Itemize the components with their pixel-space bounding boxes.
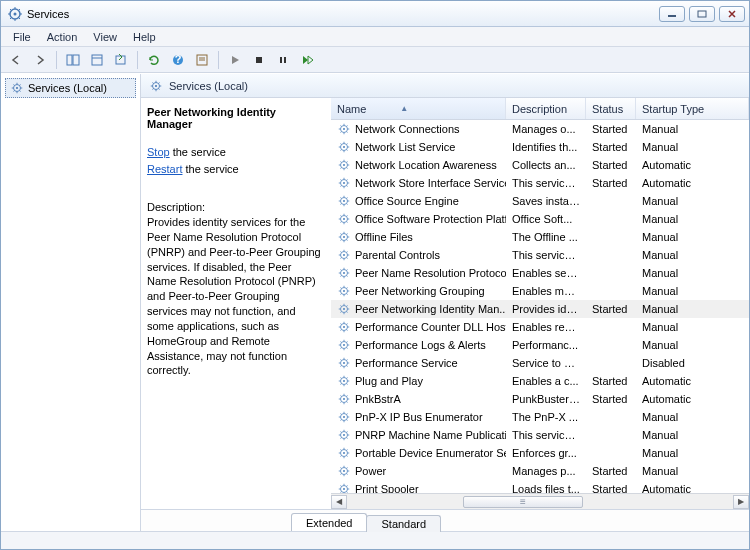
menu-help[interactable]: Help: [125, 29, 164, 45]
tree-node-services-local[interactable]: Services (Local): [5, 78, 136, 98]
service-startup: Manual: [636, 429, 749, 441]
service-row[interactable]: PnkBstrAPunkBuster ...StartedAutomatic: [331, 390, 749, 408]
horizontal-scrollbar[interactable]: ◀ ▶: [331, 493, 749, 509]
service-description: Manages o...: [506, 123, 586, 135]
col-startup-type[interactable]: Startup Type: [636, 98, 749, 119]
service-row[interactable]: PowerManages p...StartedManual: [331, 462, 749, 480]
service-description: Enables serv...: [506, 267, 586, 279]
maximize-button[interactable]: [689, 6, 715, 22]
gear-icon: [337, 266, 351, 280]
service-startup: Manual: [636, 465, 749, 477]
service-row[interactable]: Print SpoolerLoads files t...StartedAuto…: [331, 480, 749, 493]
service-name: PNRP Machine Name Publicati...: [355, 429, 506, 441]
service-name: Portable Device Enumerator Ser...: [355, 447, 506, 459]
stop-service-button[interactable]: [248, 50, 270, 70]
close-button[interactable]: [719, 6, 745, 22]
service-name: Office Software Protection Platf...: [355, 213, 506, 225]
service-startup: Manual: [636, 285, 749, 297]
col-status[interactable]: Status: [586, 98, 636, 119]
service-startup: Automatic: [636, 393, 749, 405]
export-list-button[interactable]: [110, 50, 132, 70]
scroll-left-icon[interactable]: ◀: [331, 495, 347, 509]
service-row[interactable]: Peer Networking Identity Man...Provides …: [331, 300, 749, 318]
svg-point-26: [343, 164, 345, 166]
svg-point-50: [343, 380, 345, 382]
back-button[interactable]: [5, 50, 27, 70]
service-row[interactable]: Peer Name Resolution ProtocolEnables ser…: [331, 264, 749, 282]
service-startup: Manual: [636, 141, 749, 153]
service-row[interactable]: Peer Networking GroupingEnables mul...Ma…: [331, 282, 749, 300]
col-name[interactable]: Name▲: [331, 98, 506, 119]
service-name: Performance Counter DLL Host: [355, 321, 506, 333]
svg-rect-2: [668, 15, 676, 17]
service-name: Print Spooler: [355, 483, 419, 493]
service-startup: Manual: [636, 411, 749, 423]
service-name: PnkBstrA: [355, 393, 401, 405]
properties2-button[interactable]: [191, 50, 213, 70]
forward-button[interactable]: [29, 50, 51, 70]
menu-view[interactable]: View: [85, 29, 125, 45]
service-startup: Automatic: [636, 159, 749, 171]
help-button[interactable]: ?: [167, 50, 189, 70]
service-status: Started: [586, 393, 636, 405]
refresh-button[interactable]: [143, 50, 165, 70]
gear-icon: [337, 212, 351, 226]
tab-standard[interactable]: Standard: [366, 515, 441, 532]
service-name: Performance Logs & Alerts: [355, 339, 486, 351]
service-row[interactable]: Parental ControlsThis service ...Manual: [331, 246, 749, 264]
svg-point-38: [343, 272, 345, 274]
svg-point-36: [343, 254, 345, 256]
service-row[interactable]: Portable Device Enumerator Ser...Enforce…: [331, 444, 749, 462]
service-name: Peer Networking Grouping: [355, 285, 485, 297]
service-row[interactable]: Office Source EngineSaves install...Manu…: [331, 192, 749, 210]
service-description: This service ...: [506, 249, 586, 261]
service-row[interactable]: Network Store Interface ServiceThis serv…: [331, 174, 749, 192]
svg-point-52: [343, 398, 345, 400]
gear-icon: [10, 81, 24, 95]
pause-service-button[interactable]: [272, 50, 294, 70]
service-description: Manages p...: [506, 465, 586, 477]
scroll-right-icon[interactable]: ▶: [733, 495, 749, 509]
service-status: Started: [586, 141, 636, 153]
menu-file[interactable]: File: [5, 29, 39, 45]
gear-icon: [337, 194, 351, 208]
restart-service-button[interactable]: [296, 50, 318, 70]
service-name: Office Source Engine: [355, 195, 459, 207]
tab-extended[interactable]: Extended: [291, 513, 367, 531]
service-row[interactable]: Offline FilesThe Offline ...Manual: [331, 228, 749, 246]
service-row[interactable]: Network ConnectionsManages o...StartedMa…: [331, 120, 749, 138]
properties-button[interactable]: [86, 50, 108, 70]
service-status: Started: [586, 177, 636, 189]
service-description: Office Soft...: [506, 213, 586, 225]
statusbar: [1, 531, 749, 549]
col-description[interactable]: Description: [506, 98, 586, 119]
menu-action[interactable]: Action: [39, 29, 86, 45]
tree-node-label: Services (Local): [28, 82, 107, 94]
svg-rect-3: [698, 11, 706, 17]
service-name: Parental Controls: [355, 249, 440, 261]
service-row[interactable]: Plug and PlayEnables a c...StartedAutoma…: [331, 372, 749, 390]
svg-rect-4: [67, 55, 72, 65]
service-row[interactable]: Performance Counter DLL HostEnables rem.…: [331, 318, 749, 336]
service-row[interactable]: Performance Logs & AlertsPerformanc...Ma…: [331, 336, 749, 354]
service-status: Started: [586, 123, 636, 135]
stop-service-link[interactable]: Stop: [147, 146, 170, 158]
service-row[interactable]: Office Software Protection Platf...Offic…: [331, 210, 749, 228]
service-row[interactable]: PNRP Machine Name Publicati...This servi…: [331, 426, 749, 444]
service-row[interactable]: PnP-X IP Bus EnumeratorThe PnP-X ...Manu…: [331, 408, 749, 426]
column-headers: Name▲ Description Status Startup Type: [331, 98, 749, 120]
start-service-button[interactable]: [224, 50, 246, 70]
titlebar[interactable]: Services: [1, 1, 749, 27]
svg-point-20: [155, 84, 157, 86]
console-tree[interactable]: Services (Local): [1, 74, 141, 531]
service-row[interactable]: Network List ServiceIdentifies th...Star…: [331, 138, 749, 156]
service-row[interactable]: Performance ServiceService to al...Disab…: [331, 354, 749, 372]
scroll-thumb[interactable]: [463, 496, 583, 508]
service-description: Identifies th...: [506, 141, 586, 153]
gear-icon: [149, 79, 163, 93]
minimize-button[interactable]: [659, 6, 685, 22]
restart-service-link[interactable]: Restart: [147, 163, 182, 175]
show-hide-tree-button[interactable]: [62, 50, 84, 70]
menubar: File Action View Help: [1, 27, 749, 47]
service-row[interactable]: Network Location AwarenessCollects an...…: [331, 156, 749, 174]
